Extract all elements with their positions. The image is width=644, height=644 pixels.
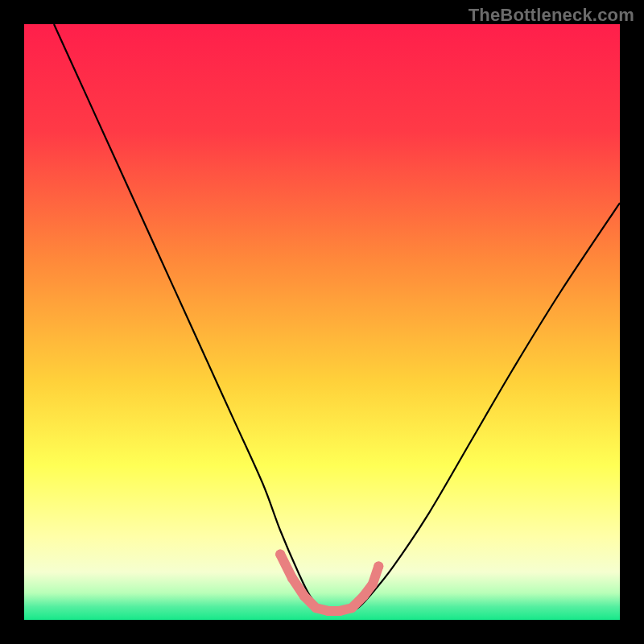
highlight-dot (323, 606, 332, 616)
highlight-dot (299, 591, 309, 601)
highlight-dot (287, 573, 297, 583)
chart-frame: TheBottleneck.com (0, 0, 644, 644)
bottleneck-curve (54, 24, 620, 611)
highlight-dot (335, 606, 345, 616)
highlight-dot (368, 580, 378, 589)
watermark-text: TheBottleneck.com (469, 5, 634, 26)
highlight-dot (312, 603, 321, 613)
curve-layer (24, 24, 620, 620)
highlight-dot (347, 603, 357, 613)
highlight-band (280, 555, 378, 611)
highlight-dot (359, 591, 369, 601)
highlight-dot (275, 550, 285, 559)
highlight-dot (374, 561, 383, 571)
plot-area (24, 24, 620, 620)
